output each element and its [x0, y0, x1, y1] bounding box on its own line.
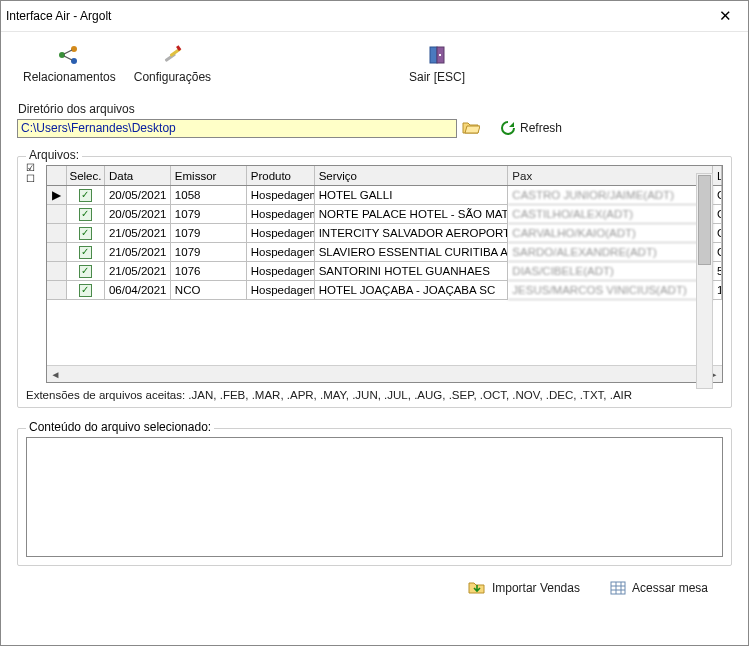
- table-icon: [610, 580, 626, 596]
- configuracoes-button[interactable]: Configurações: [128, 42, 217, 86]
- cell-selec[interactable]: ✓: [67, 205, 105, 224]
- cell-servico: HOTEL GALLI: [315, 186, 509, 205]
- cell-selec[interactable]: ✓: [67, 224, 105, 243]
- main-content: Diretório dos arquivos Refresh Arquivos:…: [1, 90, 748, 566]
- grid-header: Selec. Data Emissor Produto Serviço Pax …: [47, 166, 722, 186]
- browse-folder-button[interactable]: [459, 118, 483, 138]
- col-pax[interactable]: Pax: [508, 166, 713, 185]
- settings-icon: [161, 44, 183, 66]
- cell-servico: INTERCITY SALVADOR AEROPORTO (I: [315, 224, 509, 243]
- cell-last: 1: [713, 281, 722, 300]
- files-legend: Arquivos:: [26, 148, 82, 162]
- cell-selec[interactable]: ✓: [67, 186, 105, 205]
- selected-content-textarea[interactable]: [26, 437, 723, 557]
- checkbox-icon: ✓: [79, 227, 92, 240]
- col-data[interactable]: Data: [105, 166, 171, 185]
- cell-produto: Hospedagem: [247, 262, 315, 281]
- table-row[interactable]: ✓21/05/20211079HospedagemSLAVIERO ESSENT…: [47, 243, 722, 262]
- checkbox-icon: ✓: [79, 208, 92, 221]
- select-all-toggles: ☑ ☐: [26, 163, 35, 184]
- col-produto[interactable]: Produto: [247, 166, 315, 185]
- cell-pax: SARDO/ALEXANDRE(ADT): [508, 243, 713, 262]
- checkbox-icon: ✓: [79, 265, 92, 278]
- svg-line-4: [64, 56, 72, 60]
- svg-point-2: [71, 58, 77, 64]
- cell-produto: Hospedagem: [247, 205, 315, 224]
- svg-point-0: [59, 52, 65, 58]
- cell-pax: CASTILHO/ALEX(ADT): [508, 205, 713, 224]
- cell-selec[interactable]: ✓: [67, 262, 105, 281]
- table-row[interactable]: ✓21/05/20211076HospedagemSANTORINI HOTEL…: [47, 262, 722, 281]
- table-row[interactable]: ✓21/05/20211079HospedagemINTERCITY SALVA…: [47, 224, 722, 243]
- cell-emissor: 1079: [171, 243, 247, 262]
- cell-data: 21/05/2021: [105, 243, 171, 262]
- relacionamentos-button[interactable]: Relacionamentos: [17, 42, 122, 86]
- row-indicator: [47, 262, 67, 281]
- svg-rect-10: [439, 54, 441, 56]
- col-last[interactable]: L: [713, 166, 722, 185]
- select-none-button[interactable]: ☐: [26, 174, 35, 184]
- cell-emissor: 1058: [171, 186, 247, 205]
- select-all-button[interactable]: ☑: [26, 163, 35, 173]
- close-button[interactable]: ✕: [711, 5, 740, 27]
- row-indicator: [47, 243, 67, 262]
- configuracoes-label: Configurações: [134, 70, 211, 84]
- cell-servico: SLAVIERO ESSENTIAL CURITIBA AER: [315, 243, 509, 262]
- exit-icon: [426, 44, 448, 66]
- cell-last: C: [713, 205, 722, 224]
- svg-line-3: [64, 50, 72, 54]
- files-group: Arquivos: ☑ ☐ Selec. Data Emissor Produt…: [17, 156, 732, 408]
- horizontal-scrollbar[interactable]: ◄ ►: [47, 365, 722, 382]
- files-grid[interactable]: Selec. Data Emissor Produto Serviço Pax …: [46, 165, 723, 383]
- table-row[interactable]: ▶✓20/05/20211058HospedagemHOTEL GALLICAS…: [47, 186, 722, 205]
- table-row[interactable]: ✓06/04/2021NCOHospedagemHOTEL JOAÇABA - …: [47, 281, 722, 300]
- extensions-note: Extensões de arquivos aceitas: .JAN, .FE…: [26, 389, 723, 401]
- checkbox-icon: ✓: [79, 189, 92, 202]
- cell-produto: Hospedagem: [247, 224, 315, 243]
- svg-point-1: [71, 46, 77, 52]
- svg-rect-11: [611, 582, 625, 594]
- cell-produto: Hospedagem: [247, 243, 315, 262]
- cell-emissor: 1079: [171, 205, 247, 224]
- toolbar: Relacionamentos Configurações Sair [ESC]: [1, 32, 748, 90]
- cell-emissor: 1076: [171, 262, 247, 281]
- vertical-scrollbar[interactable]: [696, 173, 713, 389]
- cell-emissor: 1079: [171, 224, 247, 243]
- directory-row: Refresh: [17, 118, 732, 138]
- cell-selec[interactable]: ✓: [67, 281, 105, 300]
- row-indicator: [47, 205, 67, 224]
- cell-last: C: [713, 243, 722, 262]
- relacionamentos-label: Relacionamentos: [23, 70, 116, 84]
- acessar-mesa-button[interactable]: Acessar mesa: [610, 580, 708, 596]
- selected-content-legend: Conteúdo do arquivo selecionado:: [26, 420, 214, 434]
- importar-vendas-button[interactable]: Importar Vendas: [468, 580, 580, 596]
- directory-input[interactable]: [17, 119, 457, 138]
- sair-button[interactable]: Sair [ESC]: [402, 42, 472, 86]
- cell-pax: DIAS/CIBELE(ADT): [508, 262, 713, 281]
- cell-pax: CARVALHO/KAIO(ADT): [508, 224, 713, 243]
- table-row[interactable]: ✓20/05/20211079HospedagemNORTE PALACE HO…: [47, 205, 722, 224]
- cell-last: C: [713, 186, 722, 205]
- grid-body: ▶✓20/05/20211058HospedagemHOTEL GALLICAS…: [47, 186, 722, 300]
- svg-rect-8: [430, 47, 437, 63]
- selected-content-group: Conteúdo do arquivo selecionado:: [17, 428, 732, 566]
- folder-open-icon: [462, 120, 480, 136]
- checkbox-icon: ✓: [79, 284, 92, 297]
- col-emissor[interactable]: Emissor: [171, 166, 247, 185]
- cell-last: C: [713, 224, 722, 243]
- col-servico[interactable]: Serviço: [315, 166, 509, 185]
- cell-selec[interactable]: ✓: [67, 243, 105, 262]
- directory-label: Diretório dos arquivos: [18, 102, 732, 116]
- cell-servico: NORTE PALACE HOTEL - SÃO MATEUS: [315, 205, 509, 224]
- importar-label: Importar Vendas: [492, 581, 580, 595]
- checkbox-icon: ✓: [79, 246, 92, 259]
- refresh-label: Refresh: [520, 121, 562, 135]
- cell-data: 20/05/2021: [105, 186, 171, 205]
- col-selec[interactable]: Selec.: [67, 166, 105, 185]
- titlebar: Interface Air - Argolt ✕: [1, 1, 748, 32]
- refresh-icon: [500, 120, 516, 136]
- refresh-button[interactable]: Refresh: [497, 118, 565, 138]
- row-indicator-header: [47, 166, 67, 185]
- cell-pax: JESUS/MARCOS VINICIUS(ADT): [508, 281, 713, 300]
- cell-last: 5: [713, 262, 722, 281]
